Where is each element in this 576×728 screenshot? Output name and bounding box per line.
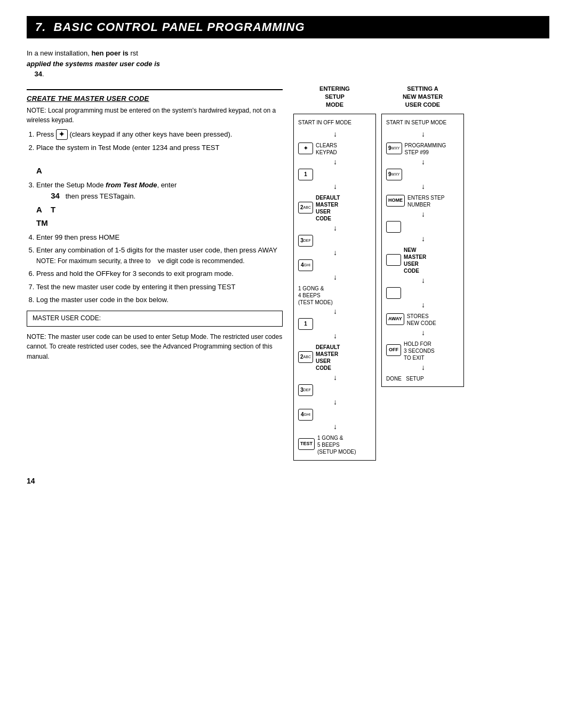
step-5: Enter any combination of 1-5 digits for …: [36, 245, 283, 266]
sarrow9: ↓: [387, 362, 459, 373]
step-4: Enter 99 then press HOME: [36, 232, 283, 243]
right-diagrams: ENTERING SETUP MODE START IN OFF MODE ↓ …: [293, 85, 464, 461]
diag-default2-label: DEFAULTMASTERUSERCODE: [316, 343, 340, 371]
entering-setup-header: ENTERING SETUP MODE: [293, 85, 376, 109]
steps-list: Press ✦ (clears keypad if any other keys…: [36, 129, 283, 305]
diag-gong1-label: 1 GONG &4 BEEPS(TEST MODE): [298, 284, 371, 306]
diag-stores-label: STORESNEW CODE: [407, 312, 436, 327]
step-6: Press and hold the OFFkey for 3 seconds …: [36, 268, 283, 279]
diag-1b-key: 1: [298, 318, 313, 330]
step3-key-at: A T: [36, 204, 283, 216]
diag-star-label: CLEARSKEYPAD: [316, 141, 337, 156]
diag-empty3-row: [386, 287, 459, 299]
step-7: Test the new master user code by enterin…: [36, 282, 283, 292]
setting-master-header: SETTING A NEW MASTER USER CODE: [381, 85, 464, 109]
step-8: Log the master user code in the box belo…: [36, 295, 283, 305]
chapter-header: 7. BASIC CONTROL PANEL PROGRAMMING: [27, 16, 549, 38]
diag-default-label: DEFAULTMASTERUSERCODE: [316, 193, 340, 222]
diag-4ghi2-key: 4GHI: [298, 409, 313, 421]
step-2: Place the system in Test Mode (enter 123…: [36, 143, 283, 177]
diag-star-key: ✦: [298, 143, 313, 154]
diag-2abc-row: 2ABC DEFAULTMASTERUSERCODE: [298, 193, 371, 222]
section-note: NOTE: Local programming must be entered …: [27, 106, 283, 125]
arrow7: ↓: [299, 306, 371, 317]
sarrow6: ↓: [387, 275, 459, 286]
sarrow1: ↓: [387, 129, 459, 140]
diag-4ghi2-row: 4GHI: [298, 409, 371, 421]
arrow9: ↓: [299, 372, 371, 383]
diag-off-key: OFF: [386, 344, 401, 356]
diag-9wxy2-row: 9WXY: [386, 169, 459, 180]
step-3: Enter the Setup Mode from Test Mode, ent…: [36, 180, 283, 230]
step5-note: NOTE: For maximum security, a three to v…: [36, 257, 245, 265]
diag-2abc2-key: 2ABC: [298, 351, 313, 363]
diag-3def-row: 3DEF: [298, 235, 371, 247]
diag-prog-label: PROGRAMMINGSTEP #99: [405, 141, 446, 156]
diag-9wxy-key: 9WXY: [386, 143, 402, 154]
section-divider: [27, 89, 283, 90]
setting-start-label: START IN SETUP MODE: [386, 118, 459, 126]
arrow11: ↓: [299, 421, 371, 432]
diag-1b-row: 1: [298, 318, 371, 330]
sarrow3: ↓: [387, 181, 459, 192]
master-code-box: MASTER USER CODE:: [27, 311, 283, 327]
diag-home-row: HOME ENTERS STEPNUMBER: [386, 193, 459, 208]
main-content: CREATE THE MASTER USER CODE NOTE: Local …: [27, 85, 549, 461]
step2-key-a: A: [36, 165, 283, 177]
diag-2abc2-row: 2ABC DEFAULTMASTERUSERCODE: [298, 343, 371, 371]
diag-off-row: OFF HOLD FOR3 SECONDSTO EXIT: [386, 339, 459, 361]
arrow10: ↓: [299, 397, 371, 408]
bottom-note: NOTE: The master user code can be used t…: [27, 332, 283, 362]
setting-master-box: START IN SETUP MODE ↓ 9WXY PROGRAMMINGST…: [381, 114, 464, 387]
entering-start-label: START IN OFF MODE: [298, 118, 371, 126]
star-key: ✦: [56, 129, 68, 140]
sarrow5: ↓: [387, 233, 459, 244]
sarrow2: ↓: [387, 156, 459, 168]
diag-empty2-key: [386, 254, 401, 266]
diag-2abc-key: 2ABC: [298, 202, 313, 213]
diag-away-key: AWAY: [386, 313, 404, 325]
arrow6: ↓: [299, 272, 371, 283]
step3-key-tm: TM: [36, 217, 283, 230]
section-title: CREATE THE MASTER USER CODE: [27, 94, 283, 102]
diag-3def2-key: 3DEF: [298, 384, 313, 396]
entering-setup-col: ENTERING SETUP MODE START IN OFF MODE ↓ …: [293, 85, 376, 461]
sarrow7: ↓: [387, 299, 459, 311]
diag-empty1-row: [386, 221, 459, 233]
chapter-title: 7. BASIC CONTROL PANEL PROGRAMMING: [35, 20, 541, 34]
diag-empty1-key: [386, 221, 401, 233]
arrow5: ↓: [299, 247, 371, 258]
arrow3: ↓: [299, 181, 371, 192]
page-number: 14: [27, 477, 549, 485]
sarrow4: ↓: [387, 209, 459, 220]
entering-setup-box: START IN OFF MODE ↓ ✦ CLEARSKEYPAD ↓ 1 ↓…: [293, 114, 376, 461]
diag-9wxy-row: 9WXY PROGRAMMINGSTEP #99: [386, 141, 459, 156]
left-column: CREATE THE MASTER USER CODE NOTE: Local …: [27, 85, 283, 362]
diag-away-row: AWAY STORESNEW CODE: [386, 312, 459, 327]
arrow1: ↓: [299, 129, 371, 140]
diag-empty2-row: NEWMASTERUSERCODE: [386, 246, 459, 274]
diag-3def2-row: 3DEF: [298, 384, 371, 396]
diag-test-row: TEST 1 GONG &5 BEEPS(SETUP MODE): [298, 433, 371, 455]
arrow8: ↓: [299, 330, 371, 342]
diag-4ghi-row: 4GHI: [298, 259, 371, 271]
setting-master-col: SETTING A NEW MASTER USER CODE START IN …: [381, 85, 464, 461]
diag-1-row: 1: [298, 169, 371, 180]
diag-empty3-key: [386, 287, 401, 299]
diag-star-row: ✦ CLEARSKEYPAD: [298, 141, 371, 156]
step-1: Press ✦ (clears keypad if any other keys…: [36, 129, 283, 140]
diag-3def-key: 3DEF: [298, 235, 313, 247]
diag-home-key: HOME: [386, 195, 405, 207]
diag-done-label: DONE SETUP: [386, 374, 459, 382]
diag-new-code-label: NEWMASTERUSERCODE: [404, 246, 426, 274]
diag-gong2-label: 1 GONG &5 BEEPS(SETUP MODE): [317, 433, 356, 455]
arrow4: ↓: [299, 223, 371, 234]
diag-9wxy2-key: 9WXY: [386, 169, 402, 180]
intro-paragraph: In a new installation, hen poer is rst a…: [27, 48, 549, 80]
sarrow8: ↓: [387, 327, 459, 338]
diag-hold-label: HOLD FOR3 SECONDSTO EXIT: [404, 339, 435, 361]
diag-enters-label: ENTERS STEPNUMBER: [407, 193, 444, 208]
diag-4ghi-key: 4GHI: [298, 259, 313, 271]
diag-1-key: 1: [298, 169, 313, 180]
diag-test-key: TEST: [298, 438, 315, 450]
